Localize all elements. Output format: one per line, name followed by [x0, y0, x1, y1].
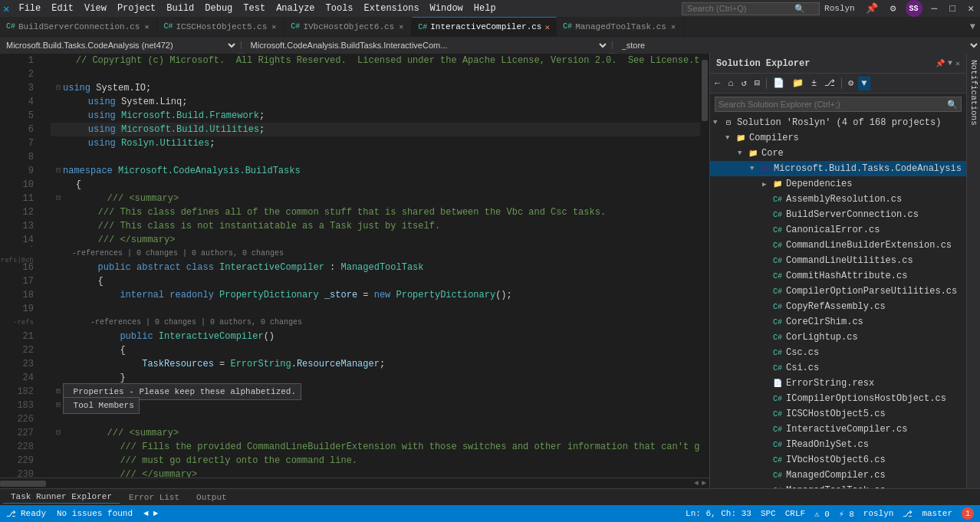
menu-extensions[interactable]: Extensions [360, 2, 424, 15]
se-search-box[interactable]: 🔍 [715, 97, 962, 112]
tree-dependencies[interactable]: ▶ 📁 Dependencies [710, 176, 966, 192]
store-dropdown[interactable]: _store [616, 37, 980, 54]
expand-icon[interactable]: ▼ [725, 134, 735, 142]
code-line: { [51, 178, 700, 192]
collapse-btn[interactable]: ⊟ [54, 426, 63, 440]
close-icon[interactable]: ✕ [965, 1, 977, 16]
tree-file-item[interactable]: C#BuildServerConnection.cs [710, 207, 966, 222]
se-search-input[interactable] [719, 100, 947, 109]
tab-overflow-btn[interactable]: ▼ [965, 17, 980, 36]
tree-solution[interactable]: ▼ ⊟ Solution 'Roslyn' (4 of 168 projects… [710, 115, 966, 130]
expand-btn[interactable]: ⊞ [54, 399, 63, 412]
tree-file-item[interactable]: C#Csc.cs [710, 345, 966, 360]
se-filter-btn[interactable]: ▼ [858, 77, 870, 90]
se-home-btn[interactable]: ⌂ [725, 77, 736, 90]
tab-close-btn[interactable]: ✕ [143, 21, 150, 32]
tree-file-item[interactable]: C#ManagedCompiler.cs [710, 468, 966, 483]
expand-icon[interactable]: ▼ [713, 119, 722, 126]
tree-file-item[interactable]: 📄ErrorString.resx [710, 376, 966, 391]
nav-right-icon[interactable]: ► [702, 479, 706, 488]
expand-icon[interactable]: ▶ [762, 180, 771, 189]
menu-build[interactable]: Build [162, 2, 199, 15]
tab-buildserverconnection[interactable]: C# BuildServerConnection.cs ✕ [0, 17, 157, 36]
se-newfile-btn[interactable]: 📄 [770, 76, 788, 90]
member-dropdown[interactable]: Microsoft.CodeAnalysis.BuildTasks.Intera… [245, 37, 609, 54]
tree-file-item[interactable]: C#CopyRefAssembly.cs [710, 299, 966, 314]
notifications-bar[interactable]: Notifications [966, 54, 980, 488]
collapse-btn[interactable]: ⊟ [54, 81, 63, 95]
status-nav-left[interactable]: ◄ [143, 509, 149, 518]
tree-file-item[interactable]: C#IVbcHostObject6.cs [710, 452, 966, 468]
tree-file-item[interactable]: C#Csi.cs [710, 360, 966, 376]
expand-icon[interactable]: ▼ [738, 149, 747, 157]
menu-file[interactable]: File [14, 2, 45, 15]
se-close-icon[interactable]: ✕ [955, 59, 960, 68]
tree-file-item[interactable]: C#CorLightup.cs [710, 330, 966, 345]
tab-error-list[interactable]: Error List [121, 491, 187, 504]
tree-core[interactable]: ▼ 📁 Core [710, 146, 966, 161]
tab-icschostobject[interactable]: C# ICSCHostObject5.cs ✕ [157, 17, 284, 36]
collapsed-region[interactable]: Tool Members [63, 397, 140, 414]
menu-view[interactable]: View [80, 2, 111, 15]
se-pin-icon[interactable]: 📌 [936, 59, 945, 68]
tree-file-item[interactable]: C#CoreClrShim.cs [710, 314, 966, 330]
h-scrollbar-thumb[interactable] [0, 481, 46, 487]
tree-file-item[interactable]: C#CanonicalError.cs [710, 222, 966, 238]
tab-task-runner[interactable]: Task Runner Explorer [3, 491, 120, 504]
nav-left-icon[interactable]: ◄ [694, 479, 699, 488]
search-input[interactable] [687, 4, 794, 13]
notification-badge[interactable]: 1 [962, 507, 974, 520]
status-nav-right[interactable]: ► [153, 509, 159, 518]
menu-help[interactable]: Help [469, 2, 501, 15]
se-gitbranch-btn[interactable]: ⎇ [821, 76, 838, 90]
tab-managedtooltask[interactable]: C# ManagedToolTask.cs ✕ [557, 17, 684, 36]
se-settings-btn[interactable]: ⚙ [845, 76, 857, 90]
code-editor[interactable]: // Copyright (c) Microsoft. All Rights R… [51, 54, 700, 478]
scrollbar-thumb[interactable] [702, 60, 708, 121]
menu-edit[interactable]: Edit [47, 2, 78, 15]
tab-output[interactable]: Output [189, 491, 235, 504]
namespace-dropdown[interactable]: Microsoft.Build.Tasks.CodeAnalysis (net4… [0, 37, 238, 54]
tree-file-item[interactable]: C#IReadOnlySet.cs [710, 437, 966, 452]
vertical-scrollbar[interactable] [700, 54, 709, 478]
se-collapse-btn[interactable]: ⊟ [751, 76, 763, 90]
settings-icon[interactable]: ⚙ [887, 1, 899, 16]
expand-icon[interactable]: ▼ [750, 165, 759, 172]
tree-file-item[interactable]: C#AssemblyResolution.cs [710, 192, 966, 207]
tree-file-item[interactable]: C#CommandLineBuilderExtension.cs [710, 238, 966, 253]
tree-file-item[interactable]: C#ICompilerOptionsHostObject.cs [710, 391, 966, 406]
collapse-btn[interactable]: ⊟ [54, 164, 63, 178]
tree-file-item[interactable]: C#InteractiveCompiler.cs [710, 422, 966, 437]
collapse-btn[interactable]: ⊟ [54, 192, 63, 205]
menu-project[interactable]: Project [113, 2, 160, 15]
tab-close-btn[interactable]: ✕ [270, 21, 278, 32]
tree-project[interactable]: ▼ C# Microsoft.Build.Tasks.CodeAnalysis [710, 161, 966, 176]
se-chevron-icon[interactable]: ▼ [948, 59, 952, 67]
tree-file-item[interactable]: C#ICSCHostObject5.cs [710, 406, 966, 422]
tree-file-item[interactable]: C#CommandLineUtilities.cs [710, 253, 966, 268]
minimize-icon[interactable]: ─ [929, 2, 941, 16]
tab-ivbchostobject[interactable]: C# IVbcHostObject6.cs ✕ [284, 17, 412, 36]
expand-btn[interactable]: ⊞ [54, 385, 63, 399]
pin-icon[interactable]: 📌 [863, 1, 881, 16]
se-back-btn[interactable]: ← [712, 77, 723, 90]
tree-file-item[interactable]: C#ManagedToolTask.cs [710, 483, 966, 488]
se-git-btn[interactable]: ± [808, 77, 820, 90]
tab-close-btn[interactable]: ✕ [397, 21, 405, 32]
horizontal-scrollbar[interactable] [0, 480, 691, 488]
tab-close-btn[interactable]: ✕ [669, 21, 677, 32]
avatar[interactable]: SS [906, 0, 922, 17]
se-newfolder-btn[interactable]: 📁 [789, 76, 807, 90]
menu-debug[interactable]: Debug [200, 2, 237, 15]
se-refresh-btn[interactable]: ↺ [738, 76, 749, 90]
menu-analyze[interactable]: Analyze [271, 2, 319, 15]
menu-window[interactable]: Window [426, 2, 468, 15]
tab-interactivecompiler[interactable]: C# InteractiveCompiler.cs ✕ [412, 17, 557, 36]
menu-tools[interactable]: Tools [321, 2, 358, 15]
menu-test[interactable]: Test [238, 2, 270, 15]
maximize-icon[interactable]: □ [946, 2, 959, 16]
tree-compilers[interactable]: ▼ 📁 Compilers [710, 130, 966, 146]
global-search[interactable]: 🔍 [682, 2, 820, 15]
tree-file-item[interactable]: C#CommitHashAttribute.cs [710, 268, 966, 284]
tree-file-item[interactable]: C#CompilerOptionParseUtilities.cs [710, 284, 966, 299]
